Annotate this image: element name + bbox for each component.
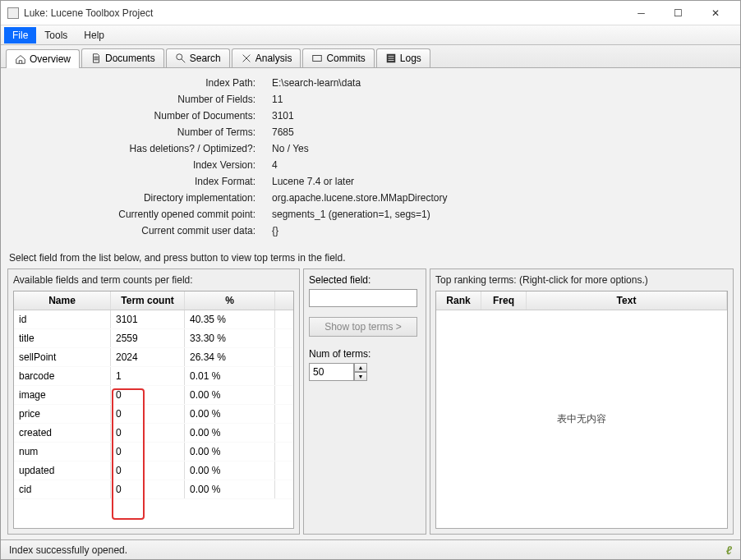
cell-name: price <box>14 405 111 423</box>
menu-tools[interactable]: Tools <box>36 27 76 44</box>
show-top-terms-button[interactable]: Show top terms > <box>309 317 417 337</box>
cell-percent: 0.00 % <box>185 405 275 423</box>
selected-field-label: Selected field: <box>309 274 421 286</box>
luke-logo-icon: ℓ <box>726 544 732 557</box>
tab-documents[interactable]: Documents <box>81 48 164 67</box>
panel-terms-title: Top ranking terms: (Right-click for more… <box>435 274 728 286</box>
info-value: segments_1 (generation=1, segs=1) <box>272 209 430 220</box>
info-label: Index Version: <box>1 159 272 171</box>
fields-table-body[interactable]: id310140.35 %title255933.30 %sellPoint20… <box>14 310 293 517</box>
commits-icon <box>311 53 323 64</box>
info-row: Currently opened commit point:segments_1… <box>1 206 740 223</box>
info-row: Number of Documents:3101 <box>1 108 740 124</box>
info-row: Index Format:Lucene 7.4 or later <box>1 173 740 190</box>
info-value: 3101 <box>272 110 294 122</box>
table-row[interactable]: id310140.35 % <box>14 310 293 329</box>
th-termcount[interactable]: Term count <box>111 291 185 310</box>
num-terms-stepper[interactable]: ▲ ▼ <box>309 363 421 381</box>
th-freq[interactable]: Freq <box>481 291 527 310</box>
tab-logs-label: Logs <box>400 53 421 64</box>
table-row[interactable]: title255933.30 % <box>14 329 293 348</box>
menu-help[interactable]: Help <box>76 27 113 44</box>
selected-field-input[interactable] <box>309 289 417 307</box>
info-label: Number of Documents: <box>1 110 272 122</box>
info-label: Currently opened commit point: <box>1 209 272 220</box>
instruction-text: Select field from the list below, and pr… <box>1 247 740 269</box>
info-label: Number of Terms: <box>1 126 272 138</box>
panel-fields: Available fields and term counts per fie… <box>7 269 300 535</box>
search-icon <box>175 53 186 64</box>
info-value: 7685 <box>272 126 294 138</box>
table-row[interactable]: sellPoint202426.34 % <box>14 348 293 367</box>
cell-percent: 0.00 % <box>185 424 275 442</box>
cell-termcount: 2024 <box>111 348 185 366</box>
info-label: Number of Fields: <box>1 94 272 105</box>
logs-icon <box>385 53 397 64</box>
svg-point-0 <box>176 54 182 60</box>
info-label: Current commit user data: <box>1 225 272 236</box>
th-text[interactable]: Text <box>527 291 727 310</box>
titlebar: Luke: Lucene Toolbox Project ─ ☐ ✕ <box>1 1 740 25</box>
minimize-button[interactable]: ─ <box>623 1 660 25</box>
cell-termcount: 0 <box>111 443 185 461</box>
cell-termcount: 0 <box>111 424 185 442</box>
cell-percent: 40.35 % <box>185 310 275 328</box>
info-row: Index Version:4 <box>1 157 740 173</box>
info-row: Directory implementation:org.apache.luce… <box>1 190 740 206</box>
tab-commits[interactable]: Commits <box>302 48 374 67</box>
table-row[interactable]: cid00.00 % <box>14 480 293 499</box>
info-row: Number of Terms:7685 <box>1 124 740 140</box>
spinner-down-icon[interactable]: ▼ <box>354 372 367 381</box>
terms-table-head: Rank Freq Text <box>436 291 727 310</box>
table-row[interactable]: price00.00 % <box>14 405 293 424</box>
content: Index Path:E:\search-learn\dataNumber of… <box>1 68 740 539</box>
cell-percent: 0.00 % <box>185 461 275 480</box>
tab-logs[interactable]: Logs <box>376 48 430 67</box>
cell-name: sellPoint <box>14 348 111 366</box>
table-row[interactable]: barcode10.01 % <box>14 367 293 386</box>
cell-percent: 0.00 % <box>185 480 275 498</box>
terms-table: Rank Freq Text 表中无内容 <box>435 291 728 529</box>
cell-termcount: 0 <box>111 461 185 480</box>
spinner-up-icon[interactable]: ▲ <box>354 363 367 372</box>
status-text: Index successfully opened. <box>9 544 127 556</box>
panel-fields-title: Available fields and term counts per fie… <box>13 274 294 286</box>
info-value: E:\search-learn\data <box>272 77 361 89</box>
info-row: Number of Fields:11 <box>1 91 740 108</box>
tab-search[interactable]: Search <box>166 48 230 67</box>
th-name[interactable]: Name <box>14 291 111 310</box>
cell-termcount: 1 <box>111 367 185 385</box>
info-row: Current commit user data:{} <box>1 223 740 239</box>
fields-table: Name Term count % id310140.35 %title2559… <box>13 291 294 529</box>
table-row[interactable]: created00.00 % <box>14 424 293 443</box>
panel-terms: Top ranking terms: (Right-click for more… <box>430 269 734 535</box>
tabbar: Overview Documents Search Analysis Commi… <box>1 45 740 68</box>
tab-overview[interactable]: Overview <box>6 49 80 68</box>
menu-file[interactable]: File <box>4 27 36 44</box>
close-button[interactable]: ✕ <box>697 1 734 25</box>
cell-name: cid <box>14 480 111 498</box>
cell-name: title <box>14 329 111 347</box>
table-row[interactable]: image00.00 % <box>14 386 293 405</box>
th-rank[interactable]: Rank <box>436 291 481 310</box>
info-area: Index Path:E:\search-learn\dataNumber of… <box>1 68 740 247</box>
info-label: Directory implementation: <box>1 192 272 204</box>
info-row: Index Path:E:\search-learn\data <box>1 75 740 91</box>
cell-name: image <box>14 386 111 404</box>
cell-name: updated <box>14 461 111 480</box>
menubar: File Tools Help <box>1 25 740 45</box>
cell-name: created <box>14 424 111 442</box>
maximize-button[interactable]: ☐ <box>660 1 697 25</box>
num-terms-label: Num of terms: <box>309 348 421 360</box>
tab-analysis[interactable]: Analysis <box>232 48 301 67</box>
table-row[interactable]: num00.00 % <box>14 443 293 461</box>
num-terms-input[interactable] <box>309 363 354 381</box>
cell-termcount: 2559 <box>111 329 185 347</box>
cell-name: num <box>14 443 111 461</box>
document-icon <box>90 53 102 64</box>
th-percent[interactable]: % <box>185 291 275 310</box>
tab-analysis-label: Analysis <box>255 53 292 64</box>
info-value: Lucene 7.4 or later <box>272 176 354 187</box>
info-label: Index Format: <box>1 176 272 187</box>
table-row[interactable]: updated00.00 % <box>14 461 293 480</box>
